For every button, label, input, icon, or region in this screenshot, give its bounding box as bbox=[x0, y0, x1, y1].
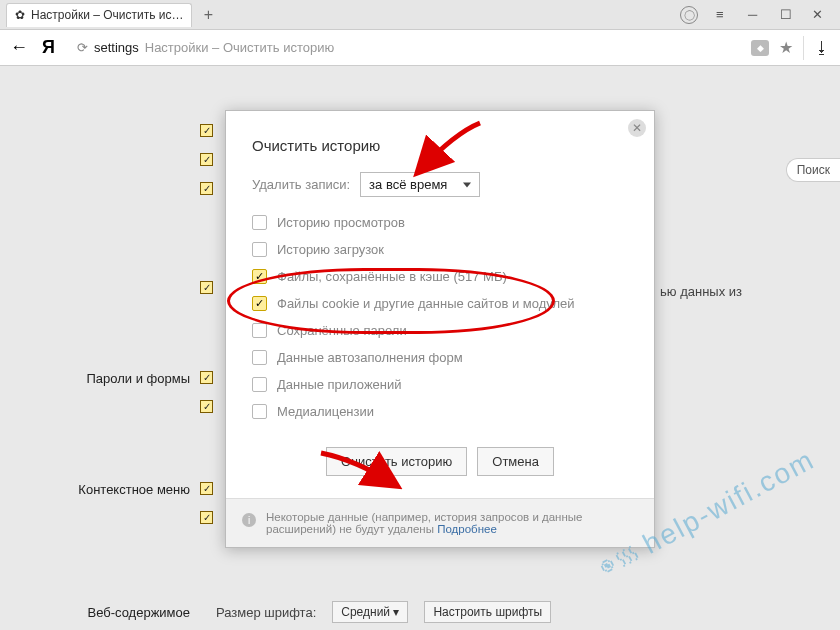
settings-search[interactable]: Поиск bbox=[786, 158, 840, 182]
separator bbox=[803, 36, 804, 60]
back-button[interactable]: ← bbox=[10, 37, 28, 58]
menu-icon[interactable]: ≡ bbox=[716, 7, 730, 22]
option-label: Историю загрузок bbox=[277, 242, 384, 257]
section-label: Веб-содержимое bbox=[40, 605, 190, 620]
clear-history-dialog: ✕ Очистить историю Удалить записи: за вс… bbox=[225, 110, 655, 548]
info-icon: i bbox=[242, 513, 256, 527]
bg-checkbox[interactable]: ✓ bbox=[200, 482, 213, 495]
dialog-title: Очистить историю bbox=[252, 137, 628, 154]
reload-icon[interactable]: ⟳ bbox=[77, 40, 88, 55]
time-range-label: Удалить записи: bbox=[252, 177, 350, 192]
option-label: Данные автозаполнения форм bbox=[277, 350, 463, 365]
address-bar[interactable]: ⟳ settings Настройки – Очистить историю bbox=[69, 35, 737, 61]
option-label: Файлы cookie и другие данные сайтов и мо… bbox=[277, 296, 575, 311]
option-row-media: Медиалицензии bbox=[252, 404, 628, 419]
bg-checkbox[interactable]: ✓ bbox=[200, 400, 213, 413]
section-label: Пароли и формы bbox=[40, 371, 190, 386]
browser-tab[interactable]: ✿ Настройки – Очистить ис… bbox=[6, 3, 192, 27]
option-row-history: Историю просмотров bbox=[252, 215, 628, 230]
option-label: Файлы, сохранённые в кэше (517 МБ) bbox=[277, 269, 507, 284]
bg-checkbox[interactable]: ✓ bbox=[200, 371, 213, 384]
footer-link[interactable]: Подробнее bbox=[437, 523, 497, 535]
section-label: Контекстное меню bbox=[40, 482, 190, 497]
customize-fonts-button[interactable]: Настроить шрифты bbox=[424, 601, 551, 623]
minimize-button[interactable]: ─ bbox=[748, 7, 762, 22]
clear-button[interactable]: Очистить историю bbox=[326, 447, 467, 476]
checkbox-downloads[interactable] bbox=[252, 242, 267, 257]
dialog-close-button[interactable]: ✕ bbox=[628, 119, 646, 137]
bookmark-icon[interactable]: ★ bbox=[779, 38, 793, 57]
option-label: Медиалицензии bbox=[277, 404, 374, 419]
cancel-button[interactable]: Отмена bbox=[477, 447, 554, 476]
option-label: Данные приложений bbox=[277, 377, 402, 392]
checkbox-cache[interactable]: ✓ bbox=[252, 269, 267, 284]
footer-text: Некоторые данные (например, история запр… bbox=[266, 511, 582, 535]
bg-checkbox[interactable]: ✓ bbox=[200, 124, 213, 137]
bg-checkbox[interactable]: ✓ bbox=[200, 182, 213, 195]
checkbox-passwords[interactable] bbox=[252, 323, 267, 338]
checkbox-appdata[interactable] bbox=[252, 377, 267, 392]
window-controls: ◯ ≡ ─ ☐ ✕ bbox=[680, 6, 840, 24]
option-row-passwords: Сохранённые пароли bbox=[252, 323, 628, 338]
option-label: Историю просмотров bbox=[277, 215, 405, 230]
tab-title: Настройки – Очистить ис… bbox=[31, 8, 183, 22]
address-protocol: settings bbox=[94, 40, 139, 55]
options-list: Историю просмотров Историю загрузок ✓ Фа… bbox=[252, 215, 628, 419]
user-icon[interactable]: ◯ bbox=[680, 6, 698, 24]
close-window-button[interactable]: ✕ bbox=[812, 7, 826, 22]
font-size-select[interactable]: Средний ▾ bbox=[332, 601, 408, 623]
bg-checkbox[interactable]: ✓ bbox=[200, 511, 213, 524]
checkbox-cookies[interactable]: ✓ bbox=[252, 296, 267, 311]
download-icon[interactable]: ⭳ bbox=[814, 39, 830, 57]
tab-bar: ✿ Настройки – Очистить ис… + ◯ ≡ ─ ☐ ✕ bbox=[0, 0, 840, 30]
time-range-select[interactable]: за всё время bbox=[360, 172, 480, 197]
option-row-cache: ✓ Файлы, сохранённые в кэше (517 МБ) bbox=[252, 269, 628, 284]
bg-checkbox[interactable]: ✓ bbox=[200, 281, 213, 294]
bg-checkbox[interactable]: ✓ bbox=[200, 153, 213, 166]
option-row-cookies: ✓ Файлы cookie и другие данные сайтов и … bbox=[252, 296, 628, 311]
dialog-footer: i Некоторые данные (например, история за… bbox=[226, 498, 654, 547]
bg-text: ью данных из bbox=[660, 284, 742, 299]
option-label: Сохранённые пароли bbox=[277, 323, 407, 338]
checkbox-media[interactable] bbox=[252, 404, 267, 419]
checkbox-history[interactable] bbox=[252, 215, 267, 230]
protect-icon[interactable]: ◆ bbox=[751, 40, 769, 56]
home-button[interactable]: Я bbox=[42, 37, 55, 58]
address-path: Настройки – Очистить историю bbox=[145, 40, 334, 55]
option-row-downloads: Историю загрузок bbox=[252, 242, 628, 257]
toolbar: ← Я ⟳ settings Настройки – Очистить исто… bbox=[0, 30, 840, 66]
option-row-appdata: Данные приложений bbox=[252, 377, 628, 392]
gear-icon: ✿ bbox=[15, 8, 25, 22]
maximize-button[interactable]: ☐ bbox=[780, 7, 794, 22]
option-row-autofill: Данные автозаполнения форм bbox=[252, 350, 628, 365]
font-size-label: Размер шрифта: bbox=[216, 605, 316, 620]
new-tab-button[interactable]: + bbox=[196, 3, 220, 27]
checkbox-autofill[interactable] bbox=[252, 350, 267, 365]
